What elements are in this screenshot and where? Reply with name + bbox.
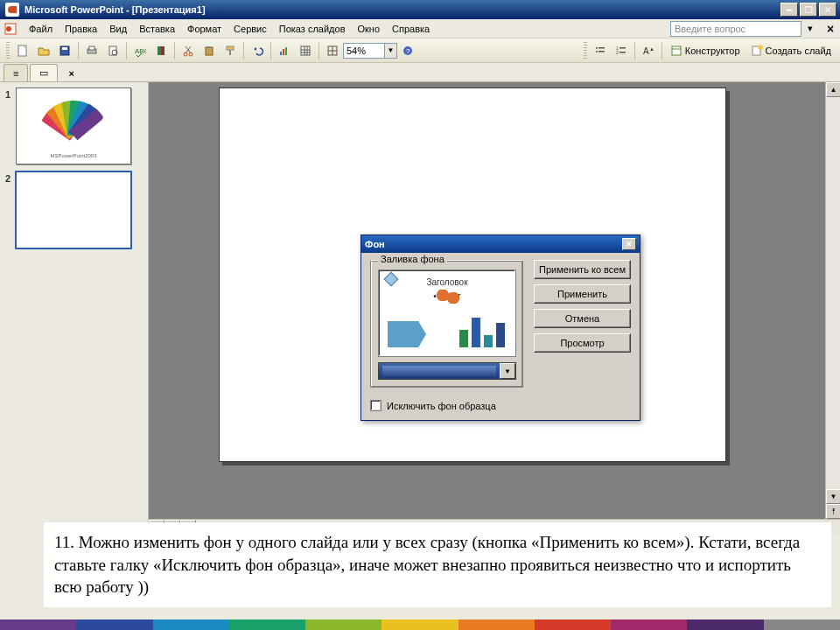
dropdown-arrow-icon: ▼ (500, 363, 515, 379)
menu-view[interactable]: Вид (103, 22, 133, 36)
menu-format[interactable]: Формат (181, 22, 228, 36)
close-button[interactable]: ✕ (819, 3, 836, 17)
slides-icon: ▭ (39, 67, 48, 79)
svg-rect-14 (161, 46, 164, 55)
thumb-caption: MSPowerPoint2003 (17, 153, 130, 158)
workspace: 1 MSPowerPoint2003 2 (0, 82, 840, 534)
outline-tab[interactable]: ≡ (4, 64, 28, 81)
menu-file[interactable]: Файл (23, 22, 59, 36)
dialog-button-column: Применить ко всем Применить Отмена Просм… (534, 260, 631, 388)
instruction-text: 11. Можно изменить фон у одного слайда и… (54, 533, 800, 596)
new-file-button[interactable] (13, 41, 32, 60)
preview-decor (435, 290, 461, 304)
toolbar-grip[interactable] (6, 42, 10, 60)
prev-slide-button[interactable]: ⭱ (826, 504, 840, 519)
cut-button[interactable] (178, 41, 198, 60)
standard-toolbar: ABC 54% ▼ ? 12 A▲ Конструктор (0, 38, 840, 63)
print-button[interactable] (82, 41, 102, 60)
menu-tools[interactable]: Сервис (228, 22, 273, 36)
powerpoint-app-icon (5, 3, 19, 17)
thumb-row-2: 2 (5, 172, 143, 248)
open-file-button[interactable] (34, 41, 53, 60)
exclude-master-checkbox[interactable] (370, 400, 382, 411)
tables-borders-button[interactable] (323, 41, 342, 60)
svg-rect-2 (12, 6, 17, 13)
slide-thumbnail-1[interactable]: MSPowerPoint2003 (16, 88, 131, 164)
apply-button[interactable]: Применить (534, 284, 631, 304)
dialog-title-text: Фон (365, 239, 385, 249)
pane-tabstrip: ≡ ▭ × (0, 63, 840, 82)
new-slide-button[interactable]: Создать слайд (746, 41, 836, 60)
help-search-input[interactable]: Введите вопрос (670, 21, 802, 37)
zoom-input[interactable]: 54% (343, 43, 385, 59)
pane-close-button[interactable]: × (65, 68, 77, 79)
menu-window[interactable]: Окно (352, 22, 387, 36)
numbering-button[interactable]: 12 (612, 41, 631, 60)
menu-help[interactable]: Справка (386, 22, 436, 36)
svg-rect-38 (672, 46, 681, 55)
help-search-dropdown[interactable]: ▾ (805, 21, 816, 37)
svg-rect-33 (620, 47, 626, 49)
fill-color-dropdown[interactable]: ▼ (378, 362, 516, 380)
svg-rect-19 (227, 46, 234, 50)
dialog-titlebar[interactable]: Фон ✕ (361, 235, 640, 253)
svg-point-28 (596, 47, 598, 49)
restore-button[interactable]: ❐ (800, 3, 817, 17)
svg-point-30 (596, 51, 598, 52)
svg-rect-23 (285, 47, 287, 55)
menu-help-label: Справка (392, 24, 430, 34)
app-titlebar: Microsoft PowerPoint - [Презентация1] ━ … (0, 0, 840, 19)
svg-rect-35 (620, 52, 626, 53)
print-preview-button[interactable] (103, 41, 122, 60)
thumb-number: 1 (5, 88, 16, 100)
undo-button[interactable] (248, 41, 267, 60)
design-button[interactable]: Конструктор (665, 41, 746, 60)
scroll-up-button[interactable]: ▲ (826, 82, 840, 97)
svg-text:A: A (643, 46, 649, 56)
thumb-row-1: 1 MSPowerPoint2003 (5, 88, 143, 164)
save-button[interactable] (55, 41, 74, 60)
menu-window-label: Окно (358, 24, 381, 34)
bullets-button[interactable] (591, 41, 610, 60)
minimize-button[interactable]: ━ (780, 3, 798, 17)
svg-rect-9 (89, 46, 94, 50)
insert-chart-button[interactable] (275, 41, 294, 60)
cancel-button[interactable]: Отмена (534, 309, 631, 328)
svg-rect-31 (598, 51, 605, 52)
svg-rect-7 (62, 47, 67, 50)
color-fan-graphic (41, 99, 104, 136)
menu-slideshow[interactable]: Показ слайдов (273, 22, 352, 36)
toolbar-grip-2[interactable] (584, 42, 587, 60)
svg-text:▲: ▲ (649, 46, 654, 52)
svg-point-4 (6, 26, 11, 32)
svg-rect-21 (280, 52, 282, 55)
menu-file-label: Файл (29, 24, 52, 34)
dialog-close-button[interactable]: ✕ (622, 238, 636, 250)
preview-button[interactable]: Просмотр (534, 333, 631, 353)
research-button[interactable] (151, 41, 171, 60)
increase-font-button[interactable]: A▲ (639, 41, 658, 60)
new-slide-label: Создать слайд (766, 46, 831, 56)
menu-insert[interactable]: Вставка (133, 22, 181, 36)
format-painter-button[interactable] (220, 41, 240, 60)
help-button[interactable]: ? (398, 41, 417, 60)
svg-text:2: 2 (616, 50, 619, 55)
menu-edit[interactable]: Правка (59, 22, 103, 36)
instruction-caption: 11. Можно изменить фон у одного слайда и… (44, 522, 831, 607)
new-slide-icon (751, 45, 763, 57)
apply-all-button[interactable]: Применить ко всем (534, 260, 631, 279)
svg-rect-29 (598, 47, 605, 49)
exclude-master-row: Исключить фон образца (361, 396, 640, 420)
spellcheck-button[interactable]: ABC (130, 41, 150, 60)
slides-tab[interactable]: ▭ (30, 64, 58, 81)
edit-vertical-scrollbar[interactable]: ▲ ▼ ⭱ ⭳ (825, 82, 840, 534)
svg-rect-17 (206, 47, 213, 55)
insert-table-button[interactable] (296, 41, 315, 60)
zoom-dropdown[interactable]: ▼ (385, 43, 397, 59)
apply-label: Применить (557, 289, 607, 299)
paste-button[interactable] (200, 41, 219, 60)
inner-doc-close-button[interactable]: × (824, 22, 836, 36)
scroll-down-button[interactable]: ▼ (826, 489, 840, 504)
fill-preview: Заголовок • Текст (378, 270, 516, 357)
slide-thumbnail-2[interactable] (16, 172, 131, 248)
